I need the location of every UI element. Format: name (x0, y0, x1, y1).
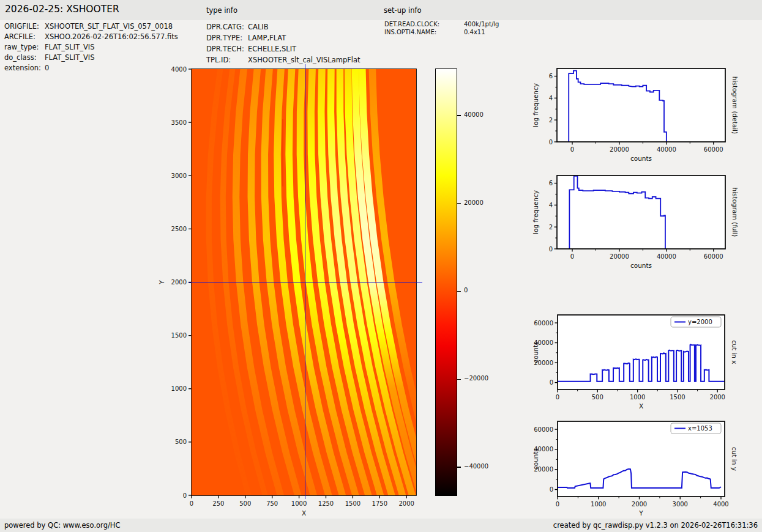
type-info-value: ECHELLE,SLIT (248, 45, 296, 53)
main-y-tick-label: 0 (183, 492, 187, 499)
file-info-row: do_class:FLAT_SLIT_VIS (4, 53, 94, 62)
crosshair-vertical-line (305, 64, 305, 499)
qc-report-page: 2026-02-25: XSHOOTER type info set-up in… (0, 0, 762, 532)
y-tick-label: 2 (549, 117, 553, 124)
file-info-value: XSHOOTER_SLT_FLAT_VIS_057_0018 (45, 22, 173, 31)
file-info-row: raw_type:FLAT_SLIT_VIS (4, 43, 94, 51)
main-x-tick-label: 0 (190, 500, 193, 507)
colorbar (436, 69, 457, 495)
chart-cut-in-x: 05001000150020000200004000060000y=2000Xc… (523, 305, 744, 410)
type-info-value: LAMP,FLAT (248, 34, 286, 42)
file-info-value: FLAT_SLIT_VIS (45, 53, 94, 62)
page-title: 2026-02-25: XSHOOTER (5, 4, 119, 15)
y-tick-label: 0 (550, 379, 553, 386)
file-info-label: raw_type: (4, 43, 45, 51)
main-yaxis-label: Y (158, 280, 165, 285)
y-tick-label: 0 (549, 246, 553, 253)
setup-info-value: 0.4x11 (464, 29, 485, 35)
type-info-row: DPR.CATG:CALIB (206, 23, 269, 31)
x-tick-label: 3000 (673, 501, 688, 508)
colorbar-tick (457, 115, 461, 116)
file-info-value: 0 (45, 64, 49, 72)
colorbar-tick (457, 467, 461, 467)
crosshair-horizontal-line (189, 283, 422, 283)
file-info-value: FLAT_SLIT_VIS (45, 43, 94, 51)
main-x-tick-label: 1500 (345, 500, 360, 507)
file-info-row: ORIGFILE:XSHOOTER_SLT_FLAT_VIS_057_0018 (4, 22, 173, 31)
setup-info-value: 400k/1pt/lg (464, 21, 499, 28)
xaxis-label: counts (630, 262, 652, 269)
colorbar-tick (457, 203, 461, 204)
y-tick-label: 6 (549, 73, 553, 79)
type-info-label: DPR.CATG: (206, 23, 248, 31)
colorbar-tick-label: 20000 (464, 199, 484, 206)
type-info-label: DPR.TECH: (206, 45, 248, 53)
y-tick-label: 0 (549, 139, 553, 146)
y-tick-label: 6 (549, 180, 553, 187)
x-tick-label: 60000 (704, 253, 723, 260)
file-info-label: ARCFILE: (4, 32, 45, 41)
file-info-value: XSHOO.2026-02-26T16:02:56.577.fits (45, 32, 178, 41)
x-tick-label: 2000 (710, 394, 725, 401)
footer-created-by: created by qc_rawdisp.py v1.2.3 on 2026-… (553, 521, 758, 530)
right-side-label: histogram (detail) (731, 76, 739, 134)
main-x-tick-label: 1000 (291, 500, 307, 507)
y-tick-label: 0 (550, 486, 553, 493)
x-tick-label: 0 (556, 394, 559, 401)
right-side-label: cut in x (731, 340, 738, 364)
right-side-label: cut in y (731, 447, 738, 471)
file-info-row: extension:0 (4, 64, 49, 72)
legend: x=1053 (671, 423, 721, 434)
colorbar-tick-label: −20000 (464, 375, 488, 382)
setup-info-row: INS.OPTI4.NAME:0.4x11 (384, 29, 485, 35)
type-info-row: DPR.TECH:ECHELLE,SLIT (206, 45, 296, 53)
main-x-tick-label: 2000 (398, 500, 414, 507)
x-tick-label: 0 (570, 146, 574, 153)
x-tick-label: 1000 (591, 501, 606, 508)
setup-info-heading: set-up info (384, 6, 422, 15)
main-x-tick-label: 500 (239, 500, 251, 507)
chart-cut-in-y: 010002000300040000200004000060000x=1053Y… (523, 411, 744, 520)
xaxis-label: counts (630, 155, 652, 162)
type-info-value: CALIB (248, 23, 269, 31)
x-tick-label: 0 (556, 501, 559, 508)
x-tick-label: 500 (592, 394, 603, 401)
main-y-tick-label: 500 (175, 438, 187, 445)
setup-info-label: INS.OPTI4.NAME: (384, 29, 464, 35)
yaxis-label: counts (532, 341, 539, 363)
right-side-label: histogram (full) (731, 188, 739, 237)
main-y-tick-label: 4000 (171, 66, 187, 73)
yaxis-label: counts (532, 448, 539, 470)
chart-histogram-detail: 02000040000600000246countslog frequencyh… (523, 58, 744, 168)
x-tick-label: 2000 (632, 501, 647, 508)
y-tick-label: 60000 (534, 320, 553, 327)
legend-label: y=2000 (688, 319, 712, 325)
file-info-row: ARCFILE:XSHOO.2026-02-26T16:02:56.577.fi… (4, 32, 178, 41)
x-tick-label: 4000 (713, 501, 728, 508)
yaxis-label: log frequency (532, 83, 539, 127)
colorbar-tick-label: 0 (464, 287, 468, 294)
setup-info-row: DET.READ.CLOCK:400k/1pt/lg (384, 21, 499, 28)
main-y-tick-label: 2000 (171, 279, 187, 286)
legend-label: x=1053 (688, 425, 712, 432)
colorbar-tick-label: 40000 (464, 111, 484, 118)
main-x-tick-label: 750 (266, 500, 278, 507)
x-tick-label: 20000 (610, 253, 629, 260)
legend: y=2000 (671, 317, 721, 327)
chart-histogram-full: 02000040000600000246countslog frequencyh… (523, 165, 744, 275)
main-y-tick-label: 1500 (171, 332, 187, 339)
x-tick-label: 40000 (657, 146, 676, 153)
main-x-tick-label: 1750 (372, 500, 387, 507)
x-tick-label: 0 (570, 253, 574, 260)
yaxis-label: log frequency (532, 190, 539, 234)
y-tick-label: 2 (549, 224, 553, 231)
y-tick-label: 4 (549, 95, 553, 102)
main-y-tick-label: 3500 (171, 119, 187, 126)
file-info-label: ORIGFILE: (4, 22, 45, 31)
file-info-label: extension: (4, 64, 45, 72)
main-y-tick-label: 1000 (171, 385, 187, 392)
file-info-label: do_class: (4, 53, 45, 62)
main-y-tick-label: 2500 (171, 226, 187, 232)
colorbar-tick (457, 379, 461, 380)
y-tick-label: 60000 (534, 426, 553, 433)
